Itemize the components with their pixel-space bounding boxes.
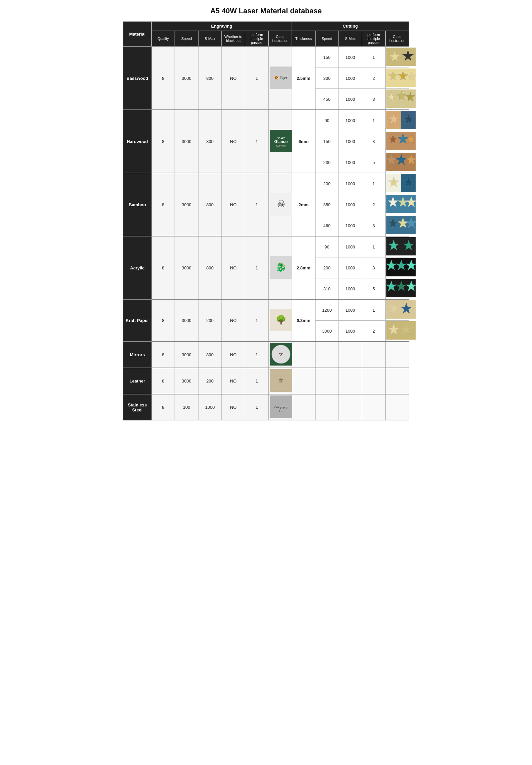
- cut-smax-empty-6: [338, 368, 362, 394]
- cut-case-0-1: [385, 68, 409, 89]
- col-cut-case: Case illustration: [385, 31, 409, 47]
- quality-1: 8: [152, 110, 175, 173]
- eng-passes-0: 1: [245, 47, 268, 110]
- cut-speed-empty-6: [315, 368, 338, 394]
- cut-speed-4-1: 3000: [315, 321, 338, 342]
- cut-case-1-2: [385, 152, 409, 173]
- table-row: Mirrors83000800NO1 🦅: [123, 342, 409, 368]
- table-row: StainlessSteel81001000NO1 Calligraphy Te…: [123, 394, 409, 420]
- cut-passes-0-0: 1: [362, 47, 385, 68]
- svg-text:🐉: 🐉: [275, 262, 286, 273]
- cut-passes-4-0: 1: [362, 299, 385, 321]
- material-name-4: Kraft Paper: [123, 299, 152, 342]
- material-name-3: Acrylic: [123, 236, 152, 299]
- cut-passes-0-1: 2: [362, 68, 385, 89]
- eng-smax-3: 800: [198, 236, 222, 299]
- cut-speed-3-1: 200: [315, 258, 338, 279]
- cut-case-empty-7: [385, 394, 409, 420]
- eng-smax-2: 800: [198, 173, 222, 236]
- col-eng-passes: perform multiple passes: [245, 31, 268, 47]
- cut-speed-3-0: 90: [315, 236, 338, 258]
- cut-smax-1-2: 1000: [338, 152, 362, 173]
- eng-case-5: 🦅: [268, 342, 291, 368]
- quality-3: 8: [152, 236, 175, 299]
- eng-smax-1: 800: [198, 110, 222, 173]
- svg-text:🌳: 🌳: [275, 314, 286, 325]
- blackout-6: NO: [222, 368, 245, 394]
- eng-speed-4: 3000: [175, 299, 198, 342]
- cut-speed-empty-7: [315, 394, 338, 420]
- cut-passes-4-1: 2: [362, 321, 385, 342]
- material-name-5: Mirrors: [123, 342, 152, 368]
- cut-case-2-0: [385, 173, 409, 194]
- eng-smax-4: 200: [198, 299, 222, 342]
- cut-speed-1-0: 90: [315, 110, 338, 131]
- cut-smax-0-1: 1000: [338, 68, 362, 89]
- cut-passes-3-2: 5: [362, 279, 385, 300]
- eng-case-2: ☠: [268, 173, 291, 236]
- thickness-2-0: 2mm: [292, 173, 315, 236]
- cut-speed-2-0: 200: [315, 173, 338, 194]
- material-header: Material: [123, 22, 152, 47]
- cut-passes-2-1: 2: [362, 194, 385, 215]
- cut-passes-1-1: 3: [362, 131, 385, 152]
- cut-case-3-2: [385, 279, 409, 300]
- cut-smax-0-0: 1000: [338, 47, 362, 68]
- eng-smax-5: 800: [198, 342, 222, 368]
- thickness-empty-5: [292, 342, 315, 368]
- cut-smax-2-2: 1000: [338, 215, 362, 237]
- cut-passes-empty-7: [362, 394, 385, 420]
- thickness-empty-6: [292, 368, 315, 394]
- eng-passes-4: 1: [245, 299, 268, 342]
- engraving-header: Engraving: [152, 22, 292, 31]
- col-quality: Quality: [152, 31, 175, 47]
- cut-case-3-1: [385, 258, 409, 279]
- thickness-1-0: 6mm: [292, 110, 315, 173]
- cut-smax-1-1: 1000: [338, 131, 362, 152]
- cut-passes-1-0: 1: [362, 110, 385, 131]
- cut-smax-2-0: 1000: [338, 173, 362, 194]
- cut-passes-2-0: 1: [362, 173, 385, 194]
- material-name-6: Leather: [123, 368, 152, 394]
- cut-case-empty-6: [385, 368, 409, 394]
- eng-speed-2: 3000: [175, 173, 198, 236]
- col-eng-smax: S-Max: [198, 31, 222, 47]
- cutting-header: Cutting: [292, 22, 409, 31]
- cut-passes-1-2: 5: [362, 152, 385, 173]
- material-name-7: StainlessSteel: [123, 394, 152, 420]
- cut-passes-2-2: 3: [362, 215, 385, 237]
- cut-case-empty-5: [385, 342, 409, 368]
- cut-case-4-1: [385, 321, 409, 342]
- material-name-1: Hardwood: [123, 110, 152, 173]
- material-name-2: Bamboo: [123, 173, 152, 236]
- cut-smax-3-0: 1000: [338, 236, 362, 258]
- cut-passes-0-2: 3: [362, 89, 385, 110]
- cut-passes-3-1: 3: [362, 258, 385, 279]
- table-row: Leather83000200NO1 ⚜: [123, 368, 409, 394]
- quality-0: 8: [152, 47, 175, 110]
- cut-case-4-0: [385, 299, 409, 321]
- col-cut-passes: perform multiple passes: [362, 31, 385, 47]
- svg-rect-58: [386, 300, 416, 319]
- cut-passes-3-0: 1: [362, 236, 385, 258]
- cut-passes-empty-5: [362, 342, 385, 368]
- eng-case-4: 🌳: [268, 299, 291, 342]
- cut-smax-3-2: 1000: [338, 279, 362, 300]
- thickness-empty-7: [292, 394, 315, 420]
- thickness-3-0: 2.8mm: [292, 236, 315, 299]
- col-eng-case: Case illustration: [268, 31, 291, 47]
- eng-case-1: Studio Glanco TATTOO: [268, 110, 291, 173]
- col-cut-speed: Speed: [315, 31, 338, 47]
- cut-smax-empty-7: [338, 394, 362, 420]
- blackout-4: NO: [222, 299, 245, 342]
- svg-rect-45: [386, 237, 416, 256]
- col-blackout: Whether to black out: [222, 31, 245, 47]
- col-cut-smax: S-Max: [338, 31, 362, 47]
- thickness-4-0: 0.2mm: [292, 299, 315, 342]
- eng-passes-6: 1: [245, 368, 268, 394]
- svg-rect-2: [386, 48, 416, 66]
- quality-7: 8: [152, 394, 175, 420]
- blackout-1: NO: [222, 110, 245, 173]
- cut-case-3-0: [385, 236, 409, 258]
- quality-6: 8: [152, 368, 175, 394]
